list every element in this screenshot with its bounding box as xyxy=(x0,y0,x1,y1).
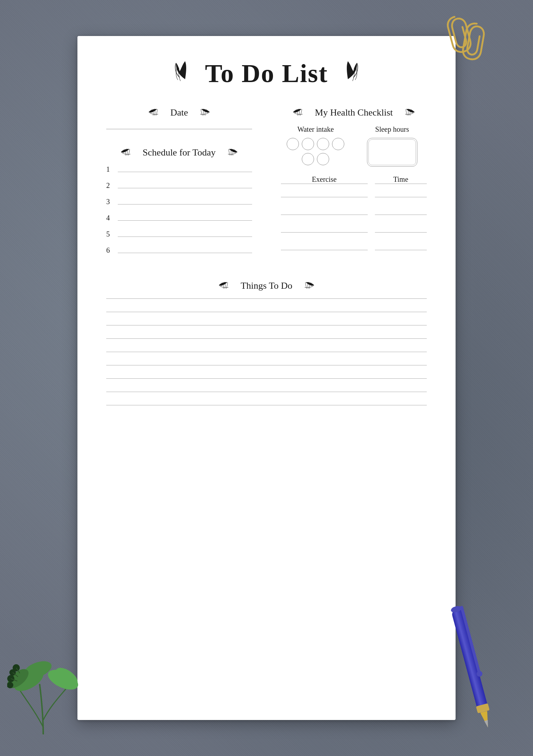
things-leaf-left xyxy=(218,281,236,291)
things-line xyxy=(106,392,427,392)
exercise-rows xyxy=(281,188,427,250)
schedule-line-5 xyxy=(118,237,252,237)
time-label: Time xyxy=(375,175,427,184)
things-line xyxy=(106,298,427,299)
health-label: My Health Checklist xyxy=(315,107,393,118)
schedule-line-1 xyxy=(118,172,252,172)
time-entry-line xyxy=(375,232,427,233)
things-leaf-right xyxy=(297,281,315,291)
sleep-box xyxy=(367,138,417,167)
time-entry-line xyxy=(375,215,427,215)
plant-decoration xyxy=(7,626,79,734)
water-circle xyxy=(332,138,344,150)
time-entry-line xyxy=(375,197,427,197)
water-intake-label: Water intake xyxy=(297,125,334,134)
title-left-leaf xyxy=(173,58,198,89)
date-header: Date xyxy=(106,107,252,118)
exercise-entry-line xyxy=(281,250,368,250)
schedule-item: 5 xyxy=(106,230,252,238)
title-section: To Do List xyxy=(106,58,427,89)
schedule-header: Schedule for Today xyxy=(106,147,252,158)
water-circle xyxy=(302,153,314,165)
schedule-section: Schedule for Today 1 xyxy=(106,147,252,255)
water-circle xyxy=(287,138,299,150)
exercise-row xyxy=(281,224,427,233)
schedule-line-2 xyxy=(118,188,252,188)
things-line xyxy=(106,312,427,312)
time-entry-line xyxy=(375,250,427,250)
things-label: Things To Do xyxy=(241,280,292,291)
schedule-number-4: 4 xyxy=(106,214,113,222)
right-column: My Health Checklist xyxy=(274,107,427,262)
health-leaf-left xyxy=(292,108,310,118)
exercise-row xyxy=(281,206,427,215)
schedule-number-2: 2 xyxy=(106,181,113,190)
schedule-items: 1 2 3 4 xyxy=(106,165,252,255)
schedule-line-3 xyxy=(118,204,252,204)
date-leaf-left xyxy=(148,108,166,118)
page-title: To Do List xyxy=(173,58,360,89)
water-circles xyxy=(287,138,344,165)
exercise-col-header: Exercise xyxy=(281,175,368,185)
things-line xyxy=(106,378,427,379)
paper: To Do List xyxy=(77,36,456,720)
schedule-line-4 xyxy=(118,220,252,221)
health-header: My Health Checklist xyxy=(281,107,427,118)
date-section: Date xyxy=(106,107,252,129)
schedule-item: 3 xyxy=(106,198,252,206)
exercise-entry-line xyxy=(281,215,368,215)
paperclip-decoration xyxy=(421,14,486,65)
things-line xyxy=(106,352,427,352)
left-column: Date xyxy=(106,107,259,262)
water-sleep-row: Water intake Sleep hours xyxy=(281,125,427,167)
things-line xyxy=(106,338,427,339)
health-leaf-right xyxy=(397,108,415,118)
sleep-hours-col: Sleep hours xyxy=(358,125,427,167)
schedule-line-6 xyxy=(118,253,252,253)
water-circle xyxy=(317,153,329,165)
schedule-label: Schedule for Today xyxy=(143,147,216,158)
exercise-row xyxy=(281,241,427,250)
water-intake-col: Water intake xyxy=(281,125,350,167)
sleep-hours-label: Sleep hours xyxy=(375,125,409,134)
exercise-entry-line xyxy=(281,232,368,233)
date-field xyxy=(106,129,252,129)
title-right-leaf xyxy=(335,58,360,89)
schedule-item: 2 xyxy=(106,181,252,190)
schedule-number-6: 6 xyxy=(106,246,113,255)
schedule-number-1: 1 xyxy=(106,165,113,174)
health-section: My Health Checklist xyxy=(281,107,427,250)
main-content: Date xyxy=(106,107,427,262)
things-line xyxy=(106,405,427,405)
exercise-section: Exercise Time xyxy=(281,175,427,250)
water-circle xyxy=(302,138,314,150)
things-line xyxy=(106,325,427,325)
water-circle xyxy=(317,138,329,150)
date-label: Date xyxy=(170,107,188,118)
time-col-header: Time xyxy=(375,175,427,185)
things-lines xyxy=(106,298,427,405)
exercise-row xyxy=(281,188,427,197)
exercise-divider xyxy=(281,184,368,184)
things-line xyxy=(106,365,427,365)
things-header: Things To Do xyxy=(106,280,427,291)
svg-rect-10 xyxy=(451,608,489,715)
schedule-number-5: 5 xyxy=(106,230,113,238)
exercise-entry-line xyxy=(281,197,368,197)
schedule-item: 6 xyxy=(106,246,252,255)
exercise-label: Exercise xyxy=(281,175,368,184)
schedule-number-3: 3 xyxy=(106,198,113,206)
date-leaf-right xyxy=(192,108,210,118)
schedule-item: 4 xyxy=(106,214,252,222)
title-main-text: To Do List xyxy=(205,59,328,89)
schedule-leaf-left xyxy=(120,148,138,158)
things-to-do-section: Things To Do xyxy=(106,280,427,405)
time-divider xyxy=(375,184,427,184)
schedule-leaf-right xyxy=(220,148,238,158)
exercise-header: Exercise Time xyxy=(281,175,427,185)
schedule-item: 1 xyxy=(106,165,252,174)
